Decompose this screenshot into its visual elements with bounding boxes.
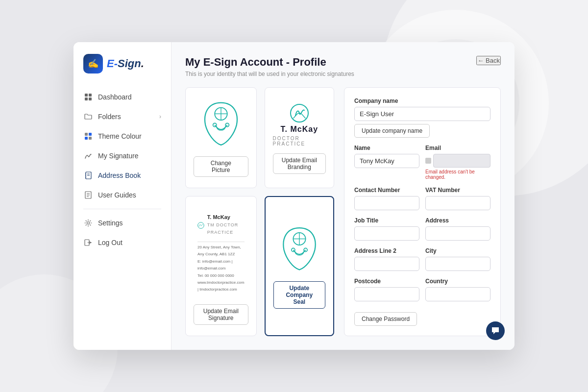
contact-number-input[interactable] <box>354 196 419 210</box>
company-seal-icon <box>277 225 321 274</box>
email-brand-name: T. McKay <box>281 125 318 134</box>
header-text-group: My E-Sign Account - Profile This is your… <box>185 56 354 77</box>
email-lock-icon <box>425 158 431 164</box>
update-email-signature-button[interactable]: Update Email Signature <box>194 304 248 325</box>
sidebar-item-user-guides[interactable]: User Guides <box>74 185 171 205</box>
sig-line1: 20 Any Street, Any Town, Any County, AB1… <box>197 244 245 258</box>
sidebar-divider <box>83 209 161 209</box>
svg-rect-1 <box>89 94 92 97</box>
city-input[interactable] <box>425 257 490 271</box>
name-email-row: Name Email Email address can't be change… <box>354 145 490 187</box>
sidebar-label-theme: Theme Colour <box>98 132 142 140</box>
sidebar-item-settings[interactable]: Settings <box>74 213 171 233</box>
company-name-label: Company name <box>354 98 490 104</box>
main-window: ✍ E-Sign. Dashboard Folde <box>74 42 514 349</box>
sidebar-item-log-out[interactable]: Log Out <box>74 233 171 252</box>
company-name-input[interactable] <box>354 107 490 121</box>
postcode-country-row: Postcode Country <box>354 278 490 308</box>
sidebar-item-my-signature[interactable]: My Signature <box>74 146 171 166</box>
change-picture-button[interactable]: Change Picture <box>194 156 248 177</box>
sig-line2: E: info@email.com | info@email.com <box>197 258 245 272</box>
address-label: Address <box>425 217 490 224</box>
chevron-right-icon: › <box>159 113 161 120</box>
svg-rect-7 <box>89 137 92 140</box>
sidebar: ✍ E-Sign. Dashboard Folde <box>74 42 172 349</box>
name-input[interactable] <box>354 154 419 168</box>
sidebar-item-theme-colour[interactable]: Theme Colour <box>74 126 171 146</box>
sidebar-label-log-out: Log Out <box>98 239 122 246</box>
chat-fab-button[interactable] <box>486 321 505 340</box>
sidebar-item-folders[interactable]: Folders › <box>74 107 171 126</box>
sidebar-item-dashboard[interactable]: Dashboard <box>74 87 171 107</box>
postcode-input[interactable] <box>354 287 419 301</box>
svg-rect-5 <box>89 133 92 136</box>
svg-rect-0 <box>85 94 88 97</box>
update-company-name-button[interactable]: Update company name <box>354 124 430 138</box>
signature-icon <box>83 151 93 161</box>
sidebar-label-address-book: Address Book <box>98 172 141 179</box>
sig-details: 20 Any Street, Any Town, Any County, AB1… <box>197 244 245 294</box>
email-sig-content: T. McKay TM DOCTOR PRACTICE 20 Any Stree… <box>194 209 248 297</box>
email-error: Email address can't be changed. <box>425 169 490 180</box>
email-masked-value <box>433 154 490 168</box>
email-signature-panel: T. McKay TM DOCTOR PRACTICE 20 Any Stree… <box>185 196 257 336</box>
change-picture-panel: Change Picture <box>185 87 257 188</box>
address-line2-label: Address Line 2 <box>354 247 419 254</box>
svg-point-24 <box>213 123 216 126</box>
vat-number-section: VAT Number <box>425 187 490 210</box>
user-guides-icon <box>83 190 93 200</box>
sidebar-label-folders: Folders <box>98 113 121 121</box>
sig-name: T. McKay <box>207 213 245 222</box>
postcode-label: Postcode <box>354 278 419 285</box>
logo-text: E-Sign. <box>107 57 144 70</box>
sidebar-label-dashboard: Dashboard <box>98 93 132 101</box>
page-title: My E-Sign Account - Profile <box>185 56 354 69</box>
sidebar-label-settings: Settings <box>98 219 123 227</box>
vat-number-input[interactable] <box>425 196 490 210</box>
job-title-input[interactable] <box>354 226 419 241</box>
doctor-icon-large <box>196 100 245 149</box>
sidebar-label-signature: My Signature <box>98 152 138 160</box>
job-title-address-row: Job Title Address <box>354 217 490 247</box>
company-name-section: Company name Update company name <box>354 98 490 138</box>
address2-city-row: Address Line 2 City <box>354 247 490 278</box>
job-title-label: Job Title <box>354 217 419 224</box>
address-input[interactable] <box>425 226 490 241</box>
main-content: My E-Sign Account - Profile This is your… <box>172 42 514 349</box>
back-button[interactable]: ← Back <box>476 56 501 65</box>
chat-icon <box>491 326 500 335</box>
logout-icon <box>83 238 93 247</box>
email-brand-subtitle: DOCTOR PRACTICE <box>273 136 326 147</box>
city-label: City <box>425 247 490 254</box>
folders-icon <box>83 112 93 122</box>
address-line2-input[interactable] <box>354 257 419 271</box>
email-brand-logo-icon <box>290 103 309 123</box>
svg-point-18 <box>87 222 90 224</box>
svg-rect-4 <box>85 133 88 136</box>
sig-line3: Tel: 00 000 000 0000 <box>197 272 245 279</box>
vat-number-label: VAT Number <box>425 187 490 194</box>
sig-line4: www.tmdoctorpractice.com | tmdoctorpract… <box>197 279 245 294</box>
name-label: Name <box>354 145 419 151</box>
panels-grid: Change Picture T. McKay DOCTOR PRACTICE <box>185 87 334 336</box>
settings-icon <box>83 218 93 228</box>
update-company-seal-button[interactable]: Update Company Seal <box>273 281 325 309</box>
name-section: Name <box>354 145 419 180</box>
address-book-icon <box>83 171 93 180</box>
contact-vat-row: Contact Number VAT Number <box>354 187 490 217</box>
country-section: Country <box>425 278 490 301</box>
page-header: My E-Sign Account - Profile This is your… <box>185 56 501 77</box>
address-section: Address <box>425 217 490 241</box>
contact-number-section: Contact Number <box>354 187 419 210</box>
postcode-section: Postcode <box>354 278 419 301</box>
change-password-button[interactable]: Change Password <box>354 312 417 326</box>
contact-number-label: Contact Number <box>354 187 419 194</box>
address-line2-section: Address Line 2 <box>354 247 419 271</box>
country-input[interactable] <box>425 287 490 301</box>
email-branding-content: T. McKay DOCTOR PRACTICE <box>273 103 326 147</box>
sidebar-item-address-book[interactable]: Address Book <box>74 166 171 185</box>
update-email-branding-button[interactable]: Update Email Branding <box>273 153 326 174</box>
job-title-section: Job Title <box>354 217 419 241</box>
svg-rect-3 <box>89 98 92 100</box>
logo: ✍ E-Sign. <box>74 54 171 87</box>
